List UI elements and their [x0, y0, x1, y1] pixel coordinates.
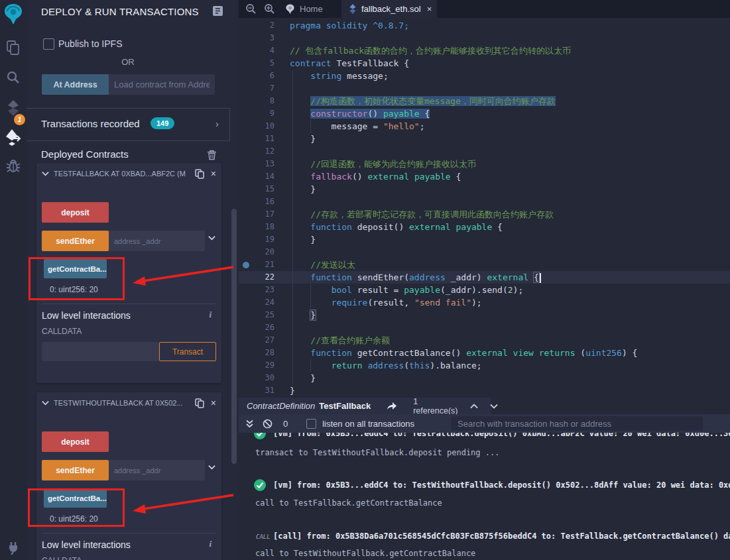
deploy-run-icon[interactable] [0, 124, 27, 150]
search-icon[interactable] [0, 64, 27, 91]
code-line-11: 11 } [239, 133, 730, 145]
divider [42, 304, 216, 304]
code-line-16: 16 [239, 196, 730, 208]
annotation-box-2 [28, 488, 125, 527]
panel-title: DEPLOY & RUN TRANSACTIONS [41, 6, 199, 17]
success-check-icon [253, 433, 267, 440]
code-line-26: 26 [239, 321, 730, 334]
tab-fallback-eth-sol[interactable]: fallback_eth.sol × [342, 0, 437, 18]
code-line-25: 25 } [239, 309, 730, 321]
code-editor[interactable]: 2pragma solidity ^0.8.7;34// 包含fallback函… [239, 18, 730, 398]
code-line-29: 29 return address(this).balance; [239, 359, 730, 372]
go-to-reference-icon[interactable] [387, 402, 397, 410]
code-line-2: 2pragma solidity ^0.8.7; [239, 19, 730, 32]
code-line-31: 31} [239, 384, 730, 397]
peek-references-count: 1 reference(s) [413, 397, 457, 416]
info-icon[interactable]: i [209, 539, 212, 549]
terminal-search-input[interactable] [451, 416, 703, 431]
listen-transactions-checkbox[interactable] [306, 419, 316, 429]
terminal-log[interactable]: [vm] from: 0x5B3...eddC4 to: TestFallbac… [239, 433, 730, 560]
calldata-label: CALLDATA [42, 556, 82, 560]
code-line-28: 28 function getContractBalance() externa… [239, 347, 730, 359]
documentation-icon[interactable] [212, 5, 223, 17]
info-icon[interactable]: i [209, 309, 212, 320]
code-line-17: 17 //存款，若部署时忘记存款，可直接调用此函数向合约账户存款 [239, 208, 730, 221]
chevron-up-icon[interactable] [470, 404, 478, 409]
close-tab-icon[interactable]: × [427, 4, 432, 14]
remix-ide-window: 1 DEPLOY & RUN TRANSACTIONS Publish to I… [0, 0, 730, 560]
deployed-contracts-title: Deployed Contracts [41, 148, 129, 160]
at-address-button[interactable]: At Address [42, 74, 109, 95]
calldata-input[interactable] [42, 342, 159, 361]
annotation-box-1 [29, 257, 125, 300]
trash-icon[interactable] [207, 150, 217, 160]
at-address-input[interactable] [109, 74, 215, 95]
transact-button[interactable]: Transact [159, 342, 216, 361]
sendether-address-input[interactable] [109, 460, 205, 480]
debugger-icon[interactable] [0, 152, 27, 179]
chevron-down-icon[interactable] [490, 404, 498, 409]
icon-sidebar: 1 [0, 0, 27, 560]
expand-args-icon[interactable] [208, 235, 215, 241]
sendether-button[interactable]: sendEther [42, 231, 109, 251]
transactions-recorded-box[interactable]: Transactions recorded 149 › [27, 108, 230, 141]
deposit-button[interactable]: deposit [42, 202, 109, 223]
reference-peek-bar: ContractDefinition TestFallback 1 refere… [239, 398, 491, 414]
sendether-button[interactable]: sendEther [42, 460, 109, 480]
code-line-8: 8 //构造函数，初始化状态变量message，同时可向合约账户存款 [239, 95, 730, 107]
low-level-interactions-title: Low level interactions [42, 310, 131, 321]
call-badge: CALL [256, 533, 271, 540]
code-line-30: 30 } [239, 372, 730, 384]
chevron-right-icon[interactable]: › [215, 118, 219, 129]
editor-tabbar: Home fallback_eth.sol × [239, 0, 730, 18]
terminal-header: 0 listen on all transactions [239, 414, 730, 433]
code-line-14: 14 fallback() external payable { [239, 170, 730, 183]
expand-terminal-icon[interactable] [245, 420, 254, 428]
copy-address-icon[interactable] [195, 169, 204, 179]
code-line-5: 5contract TestFallback { [239, 57, 730, 70]
peek-kind: ContractDefinition [247, 401, 315, 411]
code-line-18: 18 function deposit() external payable { [239, 221, 730, 233]
tab-home[interactable]: Home [278, 0, 342, 18]
text-cursor [540, 273, 541, 283]
code-line-15: 15 } [239, 183, 730, 196]
peek-contract-name: TestFallback [319, 401, 371, 411]
code-line-13: 13 //回退函数，能够为此合约账户接收以太币 [239, 158, 730, 170]
solidity-file-icon [349, 4, 357, 14]
code-line-7: 7 [239, 82, 730, 95]
remix-home-icon [285, 4, 295, 15]
remove-instance-icon[interactable]: × [211, 169, 216, 178]
calldata-label: CALLDATA [42, 327, 82, 336]
chevron-down-icon[interactable] [42, 400, 49, 406]
clear-terminal-icon[interactable] [263, 419, 273, 429]
success-check-icon [253, 478, 267, 492]
sendether-address-input[interactable] [109, 231, 205, 251]
code-line-19: 19 } [239, 233, 730, 246]
copy-address-icon[interactable] [195, 398, 204, 408]
expand-args-icon[interactable] [208, 465, 215, 470]
code-line-12: 12 [239, 145, 730, 158]
remix-logo-icon[interactable] [0, 1, 27, 28]
publish-ipfs-label: Publish to IPFS [58, 38, 123, 49]
zoom-out-icon[interactable] [245, 3, 257, 15]
listen-transactions-label: listen on all transactions [322, 419, 414, 429]
pending-tx-count: 0 [283, 419, 288, 429]
code-line-4: 4// 包含fallback函数的合约，合约账户能够接收到其它合约转的以太币 [239, 44, 730, 57]
or-separator: OR [42, 57, 214, 67]
code-line-9: 9 constructor() payable { [239, 107, 730, 120]
transactions-recorded-label: Transactions recorded [41, 118, 140, 129]
chevron-down-icon[interactable] [42, 171, 49, 176]
divider [42, 533, 216, 533]
zoom-in-icon[interactable] [264, 3, 275, 15]
panel-scrollbar[interactable] [231, 209, 237, 464]
plugin-manager-icon[interactable] [0, 534, 27, 560]
code-line-21: 21 //发送以太 [239, 258, 730, 271]
remove-instance-icon[interactable]: × [211, 398, 216, 408]
publish-ipfs-checkbox[interactable] [43, 38, 54, 50]
code-line-20: 20 [239, 246, 730, 258]
code-line-23: 23 bool result = payable(_addr).send(2); [239, 284, 730, 296]
file-explorer-icon[interactable] [0, 34, 27, 61]
tab-home-label: Home [300, 4, 323, 14]
code-line-27: 27 //查看合约账户余额 [239, 334, 730, 347]
deposit-button[interactable]: deposit [42, 431, 109, 452]
